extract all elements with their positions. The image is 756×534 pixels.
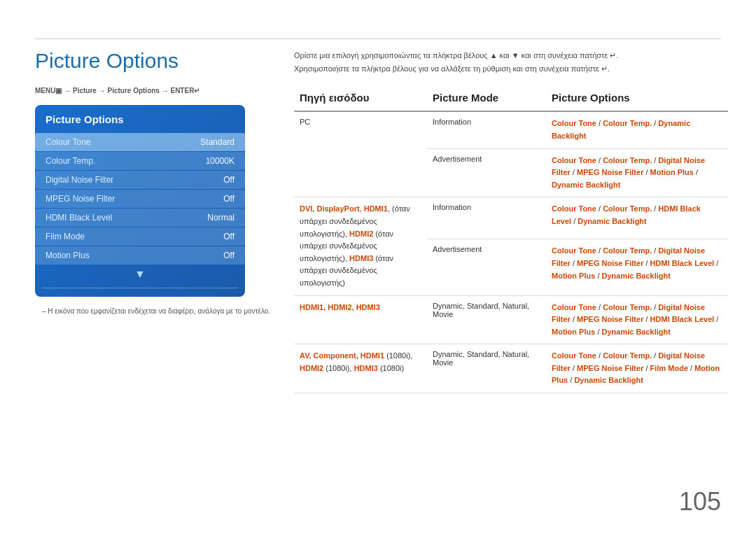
panel-item-value-hdmi-black: Normal xyxy=(207,213,234,223)
options-pc-ad: Colour Tone / Colour Temp. / Digital Noi… xyxy=(546,148,728,197)
menu-path-text: MENU▣ → Picture → Picture Options → ENTE… xyxy=(35,87,200,94)
panel-item-value-colour-tone: Standard xyxy=(200,137,234,147)
options-pc-info: Colour Tone / Colour Temp. / Dynamic Bac… xyxy=(546,111,728,148)
options-av: Colour Tone / Colour Temp. / Digital Noi… xyxy=(546,344,728,393)
panel-item-label-motion-plus: Motion Plus xyxy=(46,251,90,260)
table-row-dvi-info: DVI, DisplayPort, HDMI1, (όταν υπάρχει σ… xyxy=(294,197,728,239)
mode-pc-ad-label: Advertisement xyxy=(433,155,482,163)
instruction-line2: Χρησιμοποιήστε τα πλήκτρα βέλους για να … xyxy=(294,62,728,76)
table-row-hdmi123: HDMI1, HDMI2, HDMI3 Dynamic, Standard, N… xyxy=(294,295,728,344)
source-pc-label: PC xyxy=(300,118,310,126)
instruction-line1: Ορίστε μια επιλογή χρησιμοποιώντας τα πλ… xyxy=(294,49,728,62)
panel-item-label-mpeg-noise: MPEG Noise Filter xyxy=(46,194,115,204)
panel-item-label-colour-temp: Colour Temp. xyxy=(46,156,95,166)
panel-item-value-film-mode: Off xyxy=(223,232,234,241)
panel-item-motion-plus[interactable]: Motion Plus Off xyxy=(35,246,245,265)
options-hdmi123: Colour Tone / Colour Temp. / Digital Noi… xyxy=(546,295,728,344)
left-section: Picture Options MENU▣ → Picture → Pictur… xyxy=(35,49,273,315)
source-hdmi123: HDMI1, HDMI2, HDMI3 xyxy=(294,295,427,344)
source-dvi: DVI, DisplayPort, HDMI1, (όταν υπάρχει σ… xyxy=(294,197,427,295)
panel-item-value-motion-plus: Off xyxy=(223,251,234,260)
mode-pc-info: Information xyxy=(427,111,546,148)
panel-item-colour-tone[interactable]: Colour Tone Standard xyxy=(35,133,245,151)
panel-title: Picture Options xyxy=(35,113,245,132)
panel-item-film-mode[interactable]: Film Mode Off xyxy=(35,227,245,246)
col-header-source: Πηγή εισόδου xyxy=(294,87,427,111)
table-row-pc-info: PC Information Colour Tone / Colour Temp… xyxy=(294,111,728,148)
source-av: AV, Component, HDMI1 (1080i), HDMI2 (108… xyxy=(294,344,427,393)
panel-item-digital-noise[interactable]: Digital Noise Filter Off xyxy=(35,171,245,189)
table-row-av: AV, Component, HDMI1 (1080i), HDMI2 (108… xyxy=(294,344,728,393)
page-number: 105 xyxy=(679,487,721,517)
panel-item-value-digital-noise: Off xyxy=(223,175,234,185)
mode-hdmi123: Dynamic, Standard, Natural, Movie xyxy=(427,295,546,344)
panel-item-label-digital-noise: Digital Noise Filter xyxy=(46,175,113,185)
info-table: Πηγή εισόδου Picture Mode Picture Option… xyxy=(294,87,728,393)
col-header-options: Picture Options xyxy=(546,87,728,111)
panel-item-colour-temp[interactable]: Colour Temp. 10000K xyxy=(35,152,245,170)
menu-path: MENU▣ → Picture → Picture Options → ENTE… xyxy=(35,87,273,94)
right-section: Ορίστε μια επιλογή χρησιμοποιώντας τα πλ… xyxy=(294,49,728,393)
panel-item-label-colour-tone: Colour Tone xyxy=(46,137,91,147)
mode-dvi-ad: Advertisement xyxy=(427,239,546,295)
panel-divider xyxy=(42,288,238,288)
footnote: – Η εικόνα που εμφανίζεται ενδέχεται να … xyxy=(35,307,273,315)
options-pc-info-text: Colour Tone / Colour Temp. / Dynamic Bac… xyxy=(552,119,690,140)
panel-item-mpeg-noise[interactable]: MPEG Noise Filter Off xyxy=(35,190,245,208)
panel-item-hdmi-black[interactable]: HDMI Black Level Normal xyxy=(35,209,245,227)
options-dvi-info: Colour Tone / Colour Temp. / HDMI Black … xyxy=(546,197,728,239)
panel-scroll-arrow: ▼ xyxy=(35,265,245,283)
instructions: Ορίστε μια επιλογή χρησιμοποιώντας τα πλ… xyxy=(294,49,728,75)
panel-item-value-mpeg-noise: Off xyxy=(223,194,234,204)
col-header-mode: Picture Mode xyxy=(427,87,546,111)
panel-item-label-film-mode: Film Mode xyxy=(46,232,85,241)
top-divider xyxy=(35,38,721,39)
options-pc-ad-text: Colour Tone / Colour Temp. / Digital Noi… xyxy=(552,156,705,189)
page-title: Picture Options xyxy=(35,49,273,73)
panel-item-label-hdmi-black: HDMI Black Level xyxy=(46,213,112,223)
mode-av: Dynamic, Standard, Natural, Movie xyxy=(427,344,546,393)
source-pc: PC xyxy=(294,111,427,197)
panel-item-value-colour-temp: 10000K xyxy=(206,156,234,166)
picture-options-panel: Picture Options Colour Tone Standard Col… xyxy=(35,105,245,297)
mode-dvi-info: Information xyxy=(427,197,546,239)
mode-pc-ad: Advertisement xyxy=(427,148,546,197)
options-dvi-ad: Colour Tone / Colour Temp. / Digital Noi… xyxy=(546,239,728,295)
mode-pc-info-label: Information xyxy=(433,118,471,126)
